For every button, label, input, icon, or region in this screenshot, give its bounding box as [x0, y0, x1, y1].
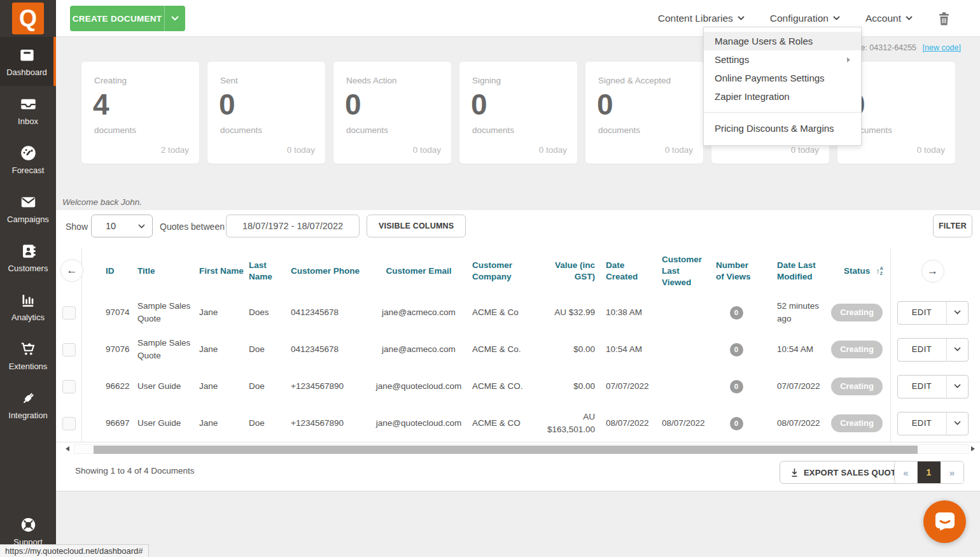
card-value: 4 [93, 87, 109, 122]
horizontal-scrollbar[interactable] [56, 444, 980, 454]
gauge-icon [20, 145, 37, 162]
chevron-down-icon [171, 16, 179, 21]
col-header-number-of-views[interactable]: Number of Views [716, 260, 762, 283]
scrollbar-thumb[interactable] [94, 446, 918, 454]
previous-page-button[interactable]: « [895, 462, 918, 483]
menu-item-manage-users-roles[interactable]: Manage Users & Roles [704, 32, 861, 50]
edit-button[interactable]: EDIT [898, 376, 946, 398]
date-range-input[interactable]: 18/07/1972 - 18/07/2022 [226, 215, 360, 237]
scrollbar-left-arrow[interactable] [66, 446, 69, 451]
sidebar-item-extentions[interactable]: Extentions [0, 331, 56, 380]
visible-columns-button[interactable]: VISIBLE COLUMNS [367, 215, 466, 237]
sort-alpha-icon[interactable]: ↑ AZ [876, 265, 883, 277]
results-count: Showing 1 to 4 of 4 Documents [75, 466, 195, 476]
cell-company: ACME & Co. [472, 343, 539, 356]
card-unit: documents [346, 125, 388, 135]
cell-date-created: 10:54 AM [600, 343, 659, 356]
edit-button[interactable]: EDIT [898, 412, 946, 435]
nav-content-libraries[interactable]: Content Libraries [658, 13, 745, 24]
row-checkbox[interactable] [62, 343, 76, 356]
nav-account[interactable]: Account [865, 13, 913, 24]
nav-configuration[interactable]: Configuration [770, 13, 840, 24]
edit-dropdown-toggle[interactable] [946, 412, 968, 435]
edit-dropdown-toggle[interactable] [946, 376, 968, 398]
edit-split-button[interactable]: EDIT [897, 412, 969, 435]
edit-split-button[interactable]: EDIT [897, 375, 969, 398]
filter-button[interactable]: FILTER [933, 215, 972, 237]
table-row[interactable]: 96622 User Guide Jane Doe +1234567890 ja… [56, 368, 980, 405]
menu-item-pricing-discounts-margins[interactable]: Pricing Discounts & Margins [704, 119, 861, 137]
welcome-message: Welcome back John. [62, 197, 142, 207]
sidebar-item-label: Dashboard [6, 67, 47, 77]
cell-id: 97076 [81, 343, 137, 356]
scrollbar-track[interactable] [74, 444, 969, 454]
edit-split-button[interactable]: EDIT [897, 301, 969, 325]
inbox-icon [20, 95, 37, 113]
chat-launcher-button[interactable] [923, 500, 966, 543]
app-logo[interactable]: Q [12, 3, 44, 34]
col-header-value[interactable]: Value (inc GST) [539, 260, 600, 283]
col-header-id[interactable]: ID [81, 265, 137, 277]
views-badge: 0 [730, 380, 743, 393]
col-header-first-name[interactable]: First Name [199, 265, 249, 277]
cell-title: Sample Sales Quote [137, 337, 199, 362]
new-code-link[interactable]: [new code] [923, 43, 961, 52]
row-checkbox[interactable] [62, 380, 76, 393]
bar-chart-icon [20, 292, 37, 309]
create-document-split-button[interactable]: CREATE DOCUMENT [70, 6, 185, 31]
sidebar-item-inbox[interactable]: Inbox [0, 86, 56, 135]
col-header-customer-email[interactable]: Customer Email [370, 265, 472, 277]
trash-button[interactable] [938, 12, 950, 25]
views-badge: 0 [730, 417, 743, 430]
col-header-customer-last-viewed[interactable]: Customer Last Viewed [659, 254, 716, 289]
col-header-title[interactable]: Title [137, 265, 199, 277]
menu-item-zapier-integration[interactable]: Zapier Integration [704, 87, 861, 106]
edit-dropdown-toggle[interactable] [946, 302, 968, 324]
menu-item-settings[interactable]: Settings [704, 50, 861, 69]
cell-first-name: Jane [199, 306, 249, 319]
sidebar-nav: Dashboard Inbox Forecast Campaigns Custo… [0, 37, 56, 429]
life-ring-icon [20, 516, 37, 533]
create-document-dropdown-toggle[interactable] [164, 6, 185, 31]
card-title: Signing [472, 76, 501, 85]
header-actions-cell: → [890, 260, 980, 283]
row-checkbox[interactable] [62, 306, 76, 320]
next-page-button[interactable]: » [941, 462, 963, 483]
edit-split-button[interactable]: EDIT [897, 338, 969, 362]
cart-plus-icon [20, 341, 37, 358]
row-checkbox[interactable] [62, 417, 76, 430]
sidebar-item-dashboard[interactable]: Dashboard [0, 37, 56, 86]
sidebar-item-forecast[interactable]: Forecast [0, 135, 56, 184]
col-header-date-last-modified[interactable]: Date Last Modified [762, 260, 829, 283]
edit-button[interactable]: EDIT [898, 339, 946, 361]
menu-item-online-payments-settings[interactable]: Online Payments Settings [704, 69, 861, 87]
scroll-columns-right-button[interactable]: → [921, 260, 944, 283]
table-row[interactable]: 97074 Sample Sales Quote Jane Does 04123… [56, 294, 980, 331]
sidebar-item-customers[interactable]: Customers [0, 233, 56, 282]
cell-value: $0.00 [539, 380, 600, 393]
card-value: 0 [597, 87, 613, 122]
col-header-customer-company[interactable]: Customer Company [472, 260, 539, 283]
sidebar-item-label: Forecast [12, 166, 45, 175]
sidebar-item-integration[interactable]: Integration [0, 380, 56, 429]
cell-last-name: Doe [249, 417, 291, 430]
current-page[interactable]: 1 [918, 462, 941, 483]
col-header-status[interactable]: Status ↑ AZ [829, 265, 890, 277]
sidebar-item-campaigns[interactable]: Campaigns [0, 184, 56, 233]
card-value: 0 [471, 87, 487, 122]
scrollbar-right-arrow[interactable] [971, 446, 975, 451]
edit-dropdown-toggle[interactable] [946, 339, 968, 361]
status-badge: Creating [831, 341, 883, 359]
col-header-date-created[interactable]: Date Created [600, 260, 659, 283]
edit-button[interactable]: EDIT [898, 302, 946, 324]
col-header-last-name[interactable]: Last Name [249, 260, 291, 283]
create-document-button[interactable]: CREATE DOCUMENT [70, 6, 164, 31]
table-row[interactable]: 96697 User Guide Jane Doe +1234567890 ja… [56, 405, 980, 442]
page-size-select[interactable]: 10 [91, 215, 153, 237]
table-header-row: ID Title First Name Last Name Customer P… [56, 248, 980, 294]
sidebar-item-analytics[interactable]: Analytics [0, 282, 56, 331]
col-header-customer-phone[interactable]: Customer Phone [291, 265, 370, 277]
cell-date-modified: 52 minutes ago [762, 300, 829, 325]
table-row[interactable]: 97076 Sample Sales Quote Jane Doe 041234… [56, 331, 980, 368]
cell-value: AU $163,501.00 [539, 411, 600, 435]
